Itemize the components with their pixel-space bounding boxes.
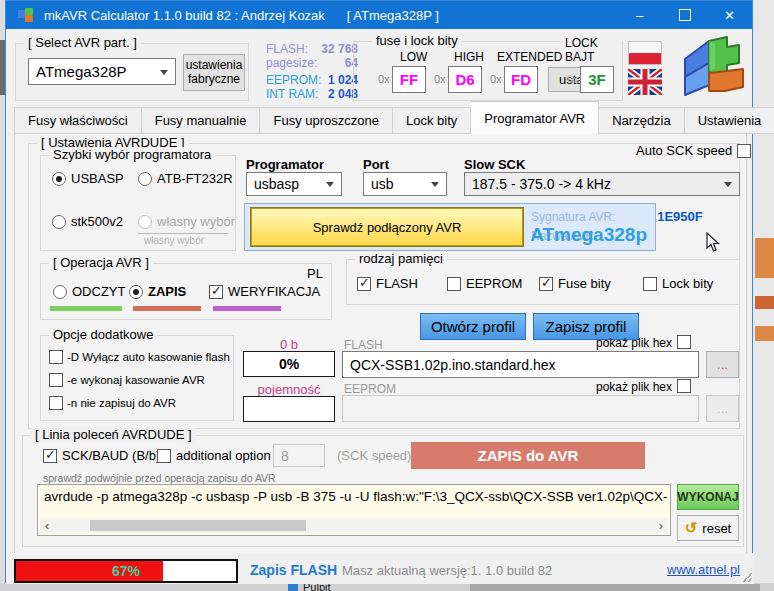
flash-browse-button[interactable]: ... bbox=[706, 351, 739, 378]
minimize-button[interactable]: – bbox=[617, 1, 662, 29]
weryfikacja-checkbox[interactable] bbox=[209, 285, 223, 299]
opt-d-checkbox[interactable] bbox=[49, 350, 63, 364]
extra-options-group: Opcje dodatkowe -D Wyłącz auto kasowanie… bbox=[40, 335, 234, 421]
radio-atb-ft232r[interactable]: ATB-FT232R bbox=[138, 171, 233, 186]
scroll-right-icon[interactable]: › bbox=[654, 518, 668, 533]
tab-fusy-wlasciwosci[interactable]: Fusy właściwości bbox=[14, 107, 142, 134]
additional-b-checkbox[interactable] bbox=[157, 449, 171, 463]
eeprom-browse-button[interactable]: ... bbox=[706, 395, 739, 422]
checkbox-opt-d[interactable]: -D Wyłącz auto kasowanie flash bbox=[49, 350, 230, 364]
tab-ustawienia[interactable]: Ustawienia bbox=[685, 107, 774, 134]
desktop-icon-fragment bbox=[288, 583, 298, 591]
select-avr-group-label: [ Select AVR part. ] bbox=[24, 35, 141, 50]
maximize-button[interactable] bbox=[662, 1, 707, 29]
show-hex-eeprom-checkbox[interactable] bbox=[677, 379, 691, 393]
reset-button[interactable]: ↺ reset bbox=[677, 515, 739, 541]
atnel-logo-icon[interactable] bbox=[681, 33, 751, 101]
chevron-down-icon bbox=[326, 182, 334, 187]
slow-sck-value: 187.5 - 375.0 -> 4 kHz bbox=[472, 176, 611, 192]
eeprom-checkbox[interactable] bbox=[447, 277, 461, 291]
atnel-link[interactable]: www.atnel.pl bbox=[667, 562, 740, 577]
checkbox-fuse-bity[interactable]: Fuse bity bbox=[539, 276, 611, 291]
radio-wlasny-wybor[interactable]: własny wybór bbox=[138, 214, 235, 229]
tab-lock-bity[interactable]: Lock bity bbox=[393, 107, 471, 134]
command-hscrollbar[interactable]: ‹ › bbox=[40, 518, 668, 533]
slow-sck-select[interactable]: 187.5 - 375.0 -> 4 kHz bbox=[464, 172, 740, 196]
checkbox-flash[interactable]: FLASH bbox=[357, 276, 418, 291]
opt-e-label: -e wykonaj kasowanie AVR bbox=[67, 374, 205, 386]
operation-group-label: [ Operacja AVR ] bbox=[49, 255, 153, 270]
additional-b-label: additional option -B bbox=[176, 448, 287, 463]
port-select[interactable]: usb bbox=[363, 172, 447, 196]
tab-fusy-uproszczone[interactable]: Fusy uproszczone bbox=[260, 107, 393, 134]
open-profile-button[interactable]: Otwórz profil bbox=[420, 313, 526, 340]
scroll-thumb[interactable] bbox=[90, 520, 306, 531]
lock-bity-checkbox[interactable] bbox=[643, 277, 657, 291]
wykonaj-button[interactable]: WYKONAJ bbox=[677, 484, 739, 510]
fuse-bity-checkbox[interactable] bbox=[539, 277, 553, 291]
checkbox-sck-baud[interactable]: SCK/BAUD (B/b) bbox=[43, 448, 160, 463]
capacity-box bbox=[243, 396, 335, 422]
fuse-extended-value[interactable]: FD bbox=[504, 66, 538, 93]
opt-n-checkbox[interactable] bbox=[49, 396, 63, 410]
resize-grip[interactable] bbox=[742, 572, 752, 582]
show-hex-flash-checkbox[interactable] bbox=[677, 335, 691, 349]
port-value: usb bbox=[371, 176, 394, 192]
checkbox-additional-b[interactable]: additional option -B bbox=[157, 448, 287, 463]
checkbox-lock-bity[interactable]: Lock bity bbox=[643, 276, 713, 291]
radio-icon bbox=[52, 172, 66, 186]
lock-bajt-label: LOCK BAJT bbox=[562, 36, 622, 64]
flash-file-input[interactable]: QCX-SSB1.02p.ino.standard.hex bbox=[342, 351, 699, 378]
b-value-input[interactable]: 8 bbox=[273, 444, 325, 467]
titlebar[interactable]: mkAVR Calculator 1.1.0 build 82 : Andrze… bbox=[6, 1, 752, 29]
flag-poland-icon[interactable] bbox=[628, 41, 662, 65]
auto-sck-speed[interactable]: Auto SCK speed bbox=[636, 143, 751, 158]
custom-choice-underline bbox=[138, 233, 228, 234]
tab-narzedzia[interactable]: Narzędzia bbox=[599, 107, 685, 134]
avr-part-select[interactable]: ATmega328P bbox=[28, 58, 176, 85]
checkbox-eeprom[interactable]: EEPROM bbox=[447, 276, 522, 291]
eeprom-file-input[interactable] bbox=[342, 395, 699, 422]
sck-baud-checkbox[interactable] bbox=[43, 449, 57, 463]
check-avr-button[interactable]: Sprawdź podłączony AVR bbox=[251, 208, 523, 246]
chevron-down-icon bbox=[431, 182, 439, 187]
checkbox-opt-n[interactable]: -n nie zapisuj do AVR bbox=[49, 396, 176, 410]
lock-value[interactable]: 3F bbox=[580, 66, 614, 93]
radio-stk-label: stk500v2 bbox=[71, 214, 123, 229]
pl-label: PL bbox=[307, 266, 323, 281]
checkbox-opt-e[interactable]: -e wykonaj kasowanie AVR bbox=[49, 373, 205, 387]
eeprom-file-label: EEPROM bbox=[344, 382, 396, 396]
command-textarea[interactable]: avrdude -p atmega328p -c usbasp -P usb -… bbox=[37, 484, 671, 536]
radio-icon bbox=[138, 172, 152, 186]
opt-n-label: -n nie zapisuj do AVR bbox=[67, 397, 176, 409]
hex-prefix: 0x bbox=[434, 73, 446, 85]
close-button[interactable]: ✕ bbox=[707, 1, 752, 29]
radio-stk500v2[interactable]: stk500v2 bbox=[52, 214, 123, 229]
tab-programator-avr[interactable]: Programator AVR bbox=[471, 101, 599, 134]
chevron-down-icon bbox=[724, 182, 732, 187]
signature-label: Sygnatura AVR: bbox=[531, 210, 616, 224]
quick-select-group-label: Szybki wybór programatora bbox=[49, 147, 215, 162]
mem-label: FLASH: bbox=[266, 42, 308, 56]
tab-fusy-manualnie[interactable]: Fusy manualnie bbox=[142, 107, 261, 134]
radio-usbasp[interactable]: USBASP bbox=[52, 171, 124, 186]
radio-icon bbox=[52, 215, 66, 229]
flag-uk-icon[interactable] bbox=[628, 69, 662, 95]
opt-e-checkbox[interactable] bbox=[49, 373, 63, 387]
window-title: mkAVR Calculator 1.1.0 build 82 : Andrze… bbox=[44, 8, 325, 23]
programator-select[interactable]: usbasp bbox=[246, 172, 342, 196]
radio-zapis[interactable]: ZAPIS bbox=[129, 284, 186, 299]
auto-sck-checkbox[interactable] bbox=[737, 144, 751, 158]
flash-checkbox[interactable] bbox=[357, 277, 371, 291]
radio-odczyt[interactable]: ODCZYT bbox=[53, 284, 125, 299]
fuse-low-value[interactable]: FF bbox=[392, 66, 426, 93]
fuse-high-value[interactable]: D6 bbox=[448, 66, 482, 93]
factory-settings-button[interactable]: ustawienia fabryczne bbox=[183, 54, 245, 91]
show-hex-flash[interactable]: pokaż plik hex bbox=[596, 336, 672, 350]
command-text: avrdude -p atmega328p -c usbasp -P usb -… bbox=[38, 485, 670, 508]
scroll-left-icon[interactable]: ‹ bbox=[40, 518, 54, 533]
show-hex-eeprom[interactable]: pokaż plik hex bbox=[596, 380, 672, 394]
checkbox-weryfikacja[interactable]: WERYFIKACJA bbox=[209, 284, 320, 299]
radio-icon bbox=[53, 285, 67, 299]
desktop-window-fragment bbox=[755, 326, 774, 341]
